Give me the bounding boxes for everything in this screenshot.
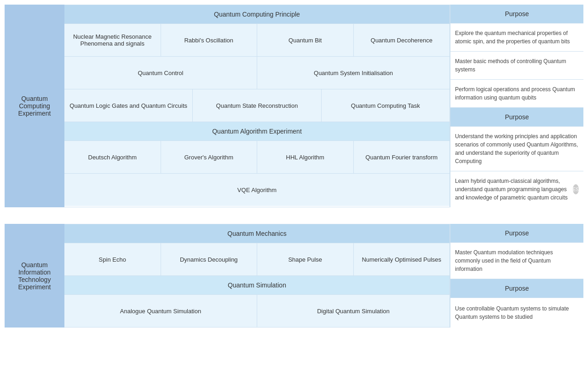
list-item[interactable]: Quantum Decoherence (354, 24, 450, 56)
purpose-header-quantum-info-1: Purpose (450, 279, 583, 298)
list-item[interactable]: Rabbi's Oscillation (161, 24, 258, 56)
list-item[interactable]: Quantum System Initialisation (257, 57, 450, 89)
inner-quantum-computing: Quantum Computing PrincipleNuclear Magne… (64, 5, 583, 207)
list-item[interactable]: Quantum Bit (257, 24, 354, 56)
table-row: Quantum ControlQuantum System Initialisa… (64, 57, 450, 89)
list-item[interactable]: Analogue Quantum Simulation (64, 295, 257, 327)
list-item[interactable]: Dynamics Decoupling (161, 243, 258, 275)
section-quantum-info: Quantum Information Technology Experimen… (5, 224, 583, 328)
list-item[interactable]: Quantum Fourier transform (354, 141, 450, 173)
purpose-header-quantum-computing-0: Purpose (450, 5, 583, 23)
page-wrapper: Quantum Computing ExperimentQuantum Comp… (0, 0, 588, 392)
purpose-cell-quantum-computing-1-1: Learn hybrid quantum-classical algorithm… (450, 171, 583, 207)
purpose-cell-quantum-info-0-0: Master Quantum modulation techniques com… (450, 243, 583, 279)
main-content-quantum-info: Quantum MechanicsSpin EchoDynamics Decou… (64, 224, 450, 328)
purpose-cell-quantum-computing-0-2: Perform logical operations and process Q… (450, 80, 583, 108)
sub-header-quantum-info-1: Quantum Simulation (64, 276, 450, 295)
sub-header-quantum-computing-1: Quantum Algorithm Experiment (64, 122, 450, 141)
list-item[interactable]: Grover's Algorithm (161, 141, 258, 173)
list-item[interactable]: Quantum Control (64, 57, 257, 89)
table-row: VQE Algorithm (64, 174, 450, 206)
list-item[interactable]: Digital Quantum Simulation (257, 295, 450, 327)
section-label-quantum-computing: Quantum Computing Experiment (5, 5, 64, 207)
purpose-cell-quantum-info-1-0: Use controllable Quantum systems to simu… (450, 298, 583, 328)
list-item[interactable]: Nuclear Magnetic Resonance Phenomena and… (64, 24, 161, 56)
list-item[interactable]: Quantum State Reconstruction (193, 89, 321, 122)
section-quantum-computing: Quantum Computing ExperimentQuantum Comp… (5, 5, 583, 207)
purpose-header-quantum-computing-1: Purpose (450, 108, 583, 127)
list-item[interactable]: Spin Echo (64, 243, 161, 275)
table-row: Analogue Quantum SimulationDigital Quant… (64, 295, 450, 327)
table-row: Nuclear Magnetic Resonance Phenomena and… (64, 24, 450, 57)
list-item[interactable]: Quantum Computing Task (322, 89, 450, 122)
list-item[interactable]: Deutsch Algorithm (64, 141, 161, 173)
list-item[interactable]: Quantum Logic Gates and Quantum Circuits (64, 89, 193, 122)
inner-quantum-info: Quantum MechanicsSpin EchoDynamics Decou… (64, 224, 583, 328)
purpose-col-quantum-info: PurposeMaster Quantum modulation techniq… (450, 224, 583, 328)
sub-header-quantum-computing-0: Quantum Computing Principle (64, 5, 450, 24)
table-row: Spin EchoDynamics DecouplingShape PulseN… (64, 243, 450, 276)
table-row: Quantum Logic Gates and Quantum Circuits… (64, 89, 450, 122)
table-row: Deutsch AlgorithmGrover's AlgorithmHHL A… (64, 141, 450, 174)
purpose-cell-quantum-computing-1-0: Understand the working principles and ap… (450, 127, 583, 171)
main-content-quantum-computing: Quantum Computing PrincipleNuclear Magne… (64, 5, 450, 207)
scroll-badge: ES (573, 184, 579, 194)
list-item[interactable]: HHL Algorithm (257, 141, 354, 173)
purpose-cell-quantum-computing-0-1: Master basic methods of controlling Quan… (450, 52, 583, 80)
list-item[interactable]: Shape Pulse (257, 243, 354, 275)
purpose-col-quantum-computing: PurposeExplore the quantum mechanical pr… (450, 5, 583, 207)
purpose-header-quantum-info-0: Purpose (450, 224, 583, 243)
section-label-quantum-info: Quantum Information Technology Experimen… (5, 224, 64, 328)
sub-header-quantum-info-0: Quantum Mechanics (64, 224, 450, 243)
purpose-cell-quantum-computing-0-0: Explore the quantum mechanical propertie… (450, 23, 583, 52)
list-item[interactable]: Numerically Optimised Pulses (354, 243, 450, 275)
list-item[interactable]: VQE Algorithm (64, 174, 450, 206)
